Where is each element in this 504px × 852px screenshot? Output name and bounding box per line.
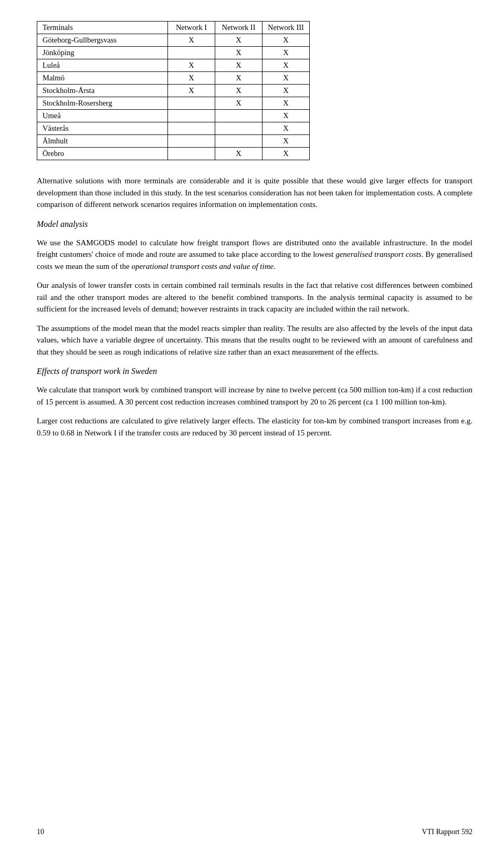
network3-cell: X	[262, 135, 310, 148]
network3-cell: X	[262, 122, 310, 135]
model-paragraph-3: The assumptions of the model mean that t…	[37, 323, 472, 358]
network2-cell: X	[215, 85, 262, 97]
network1-cell: X	[168, 85, 215, 97]
network3-cell: X	[262, 110, 310, 122]
network3-cell: X	[262, 47, 310, 59]
table-row: Umeå X	[37, 110, 310, 122]
network2-cell: X	[215, 47, 262, 59]
network3-cell: X	[262, 148, 310, 160]
network1-cell	[168, 148, 215, 160]
page: Terminals Network I Network II Network I…	[0, 0, 504, 852]
network3-cell: X	[262, 72, 310, 85]
table-row: Malmö X X X	[37, 72, 310, 85]
italic-phrase-1: generalised transport costs	[335, 250, 422, 258]
model-heading: Model analysis	[37, 218, 472, 231]
terminal-name: Stockholm-Årsta	[37, 85, 168, 97]
terminal-name: Malmö	[37, 72, 168, 85]
table-row: Stockholm-Årsta X X X	[37, 85, 310, 97]
table-row: Jönköping X X	[37, 47, 310, 59]
terminals-table: Terminals Network I Network II Network I…	[37, 21, 310, 160]
model-paragraph-2: Our analysis of lower transfer costs in …	[37, 279, 472, 315]
network3-cell: X	[262, 59, 310, 72]
table-row: Örebro X X	[37, 148, 310, 160]
intro-paragraph: Alternative solutions with more terminal…	[37, 175, 472, 211]
network1-cell: X	[168, 59, 215, 72]
network3-cell: X	[262, 85, 310, 97]
network2-cell	[215, 122, 262, 135]
network1-cell: X	[168, 72, 215, 85]
network2-cell: X	[215, 59, 262, 72]
effects-paragraph-2: Larger cost reductions are calculated to…	[37, 415, 472, 439]
network2-cell: X	[215, 72, 262, 85]
table-row: Luleå X X X	[37, 59, 310, 72]
effects-heading: Effects of transport work in Sweden	[37, 365, 472, 378]
network1-cell	[168, 110, 215, 122]
network2-cell	[215, 135, 262, 148]
terminal-name: Jönköping	[37, 47, 168, 59]
table-row: Älmhult X	[37, 135, 310, 148]
network1-cell	[168, 135, 215, 148]
network2-cell: X	[215, 148, 262, 160]
network2-cell	[215, 110, 262, 122]
col-header-network2: Network II	[215, 22, 262, 34]
network2-cell: X	[215, 97, 262, 110]
network1-cell	[168, 47, 215, 59]
terminal-name: Luleå	[37, 59, 168, 72]
table-row: Göteborg-Gullbergsvass X X X	[37, 34, 310, 47]
terminal-name: Göteborg-Gullbergsvass	[37, 34, 168, 47]
network3-cell: X	[262, 34, 310, 47]
col-header-terminals: Terminals	[37, 22, 168, 34]
network1-cell: X	[168, 34, 215, 47]
terminal-name: Älmhult	[37, 135, 168, 148]
terminal-name: Västerås	[37, 122, 168, 135]
col-header-network3: Network III	[262, 22, 310, 34]
network1-cell	[168, 97, 215, 110]
network3-cell: X	[262, 97, 310, 110]
terminal-name: Örebro	[37, 148, 168, 160]
page-number: 10	[37, 828, 44, 836]
col-header-network1: Network I	[168, 22, 215, 34]
table-row: Västerås X	[37, 122, 310, 135]
network2-cell: X	[215, 34, 262, 47]
model-paragraph-1: We use the SAMGODS model to calculate ho…	[37, 237, 472, 273]
terminal-name: Umeå	[37, 110, 168, 122]
italic-phrase-2: operational transport costs and value of…	[131, 262, 274, 271]
network1-cell	[168, 122, 215, 135]
page-footer: 10 VTI Rapport 592	[0, 828, 504, 836]
report-label: VTI Rapport 592	[422, 828, 472, 836]
effects-paragraph-1: We calculate that transport work by comb…	[37, 384, 472, 408]
terminal-name: Stockholm-Rosersberg	[37, 97, 168, 110]
table-row: Stockholm-Rosersberg X X	[37, 97, 310, 110]
